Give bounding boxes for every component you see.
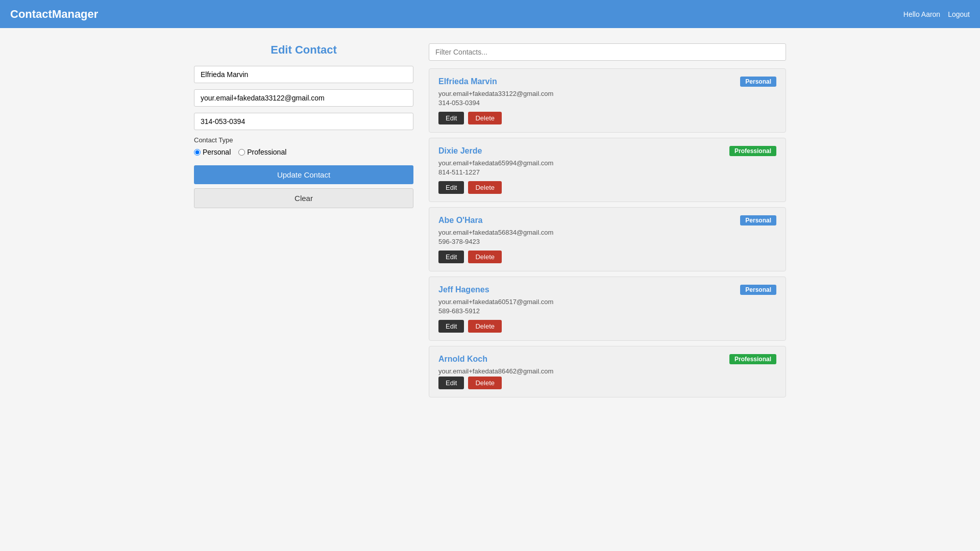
edit-button[interactable]: Edit xyxy=(438,112,464,124)
contact-email: your.email+fakedata65994@gmail.com xyxy=(438,159,776,167)
contact-actions: Edit Delete xyxy=(438,251,776,263)
contact-name: Jeff Hagenes xyxy=(438,285,489,294)
contact-type-label: Contact Type xyxy=(194,136,413,144)
edit-button[interactable]: Edit xyxy=(438,181,464,194)
contact-card-header: Jeff Hagenes Personal xyxy=(438,285,776,295)
contact-type-badge: Professional xyxy=(729,146,776,156)
contact-card-header: Dixie Jerde Professional xyxy=(438,146,776,156)
contact-type-badge: Personal xyxy=(740,77,776,87)
main-container: Edit Contact Contact Type Personal Profe… xyxy=(184,28,796,418)
edit-button[interactable]: Edit xyxy=(438,251,464,263)
form-title: Edit Contact xyxy=(194,43,413,57)
contact-card: Dixie Jerde Professional your.email+fake… xyxy=(429,138,786,202)
phone-input[interactable] xyxy=(194,113,413,130)
edit-button[interactable]: Edit xyxy=(438,320,464,333)
greeting-text: Hello Aaron xyxy=(903,10,940,18)
contacts-panel: Elfrieda Marvin Personal your.email+fake… xyxy=(429,43,786,403)
contact-phone: 314-053-0394 xyxy=(438,99,776,107)
delete-button[interactable]: Delete xyxy=(468,181,502,194)
contact-card-header: Abe O'Hara Personal xyxy=(438,215,776,226)
delete-button[interactable]: Delete xyxy=(468,320,502,333)
contact-email: your.email+fakedata60517@gmail.com xyxy=(438,298,776,306)
contact-name: Arnold Koch xyxy=(438,355,487,364)
name-input[interactable] xyxy=(194,66,413,83)
contact-email: your.email+fakedata56834@gmail.com xyxy=(438,229,776,236)
contact-phone: 589-683-5912 xyxy=(438,307,776,315)
edit-button[interactable]: Edit xyxy=(438,377,464,389)
app-brand: ContactManager xyxy=(10,8,98,21)
radio-group: Personal Professional xyxy=(194,148,413,156)
contact-card-header: Arnold Koch Professional xyxy=(438,354,776,364)
delete-button[interactable]: Delete xyxy=(468,251,502,263)
contact-name: Dixie Jerde xyxy=(438,146,482,156)
email-input[interactable] xyxy=(194,89,413,107)
contacts-list: Elfrieda Marvin Personal your.email+fake… xyxy=(429,68,786,397)
contact-email: your.email+fakedata86462@gmail.com xyxy=(438,367,776,375)
contact-type-badge: Personal xyxy=(740,285,776,295)
form-panel: Edit Contact Contact Type Personal Profe… xyxy=(194,43,413,403)
contact-actions: Edit Delete xyxy=(438,112,776,124)
contact-actions: Edit Delete xyxy=(438,181,776,194)
contact-name: Elfrieda Marvin xyxy=(438,77,497,86)
contact-actions: Edit Delete xyxy=(438,377,776,389)
contact-email: your.email+fakedata33122@gmail.com xyxy=(438,90,776,97)
contact-actions: Edit Delete xyxy=(438,320,776,333)
contact-card-header: Elfrieda Marvin Personal xyxy=(438,77,776,87)
clear-button[interactable]: Clear xyxy=(194,188,413,208)
contact-name: Abe O'Hara xyxy=(438,216,483,225)
contact-card: Elfrieda Marvin Personal your.email+fake… xyxy=(429,68,786,133)
radio-personal[interactable] xyxy=(194,149,201,156)
contact-phone: 596-378-9423 xyxy=(438,238,776,245)
contact-card: Jeff Hagenes Personal your.email+fakedat… xyxy=(429,277,786,341)
navbar: ContactManager Hello Aaron Logout xyxy=(0,0,980,28)
delete-button[interactable]: Delete xyxy=(468,377,502,389)
filter-input[interactable] xyxy=(429,43,786,61)
logout-link[interactable]: Logout xyxy=(948,10,970,18)
radio-personal-label[interactable]: Personal xyxy=(194,148,231,156)
delete-button[interactable]: Delete xyxy=(468,112,502,124)
contact-phone: 814-511-1227 xyxy=(438,168,776,176)
contact-type-badge: Professional xyxy=(729,354,776,364)
contact-type-badge: Personal xyxy=(740,215,776,226)
contact-card: Abe O'Hara Personal your.email+fakedata5… xyxy=(429,207,786,271)
radio-professional[interactable] xyxy=(238,149,245,156)
update-contact-button[interactable]: Update Contact xyxy=(194,165,413,184)
contact-card: Arnold Koch Professional your.email+fake… xyxy=(429,346,786,397)
navbar-right: Hello Aaron Logout xyxy=(903,10,970,18)
radio-professional-label[interactable]: Professional xyxy=(238,148,286,156)
